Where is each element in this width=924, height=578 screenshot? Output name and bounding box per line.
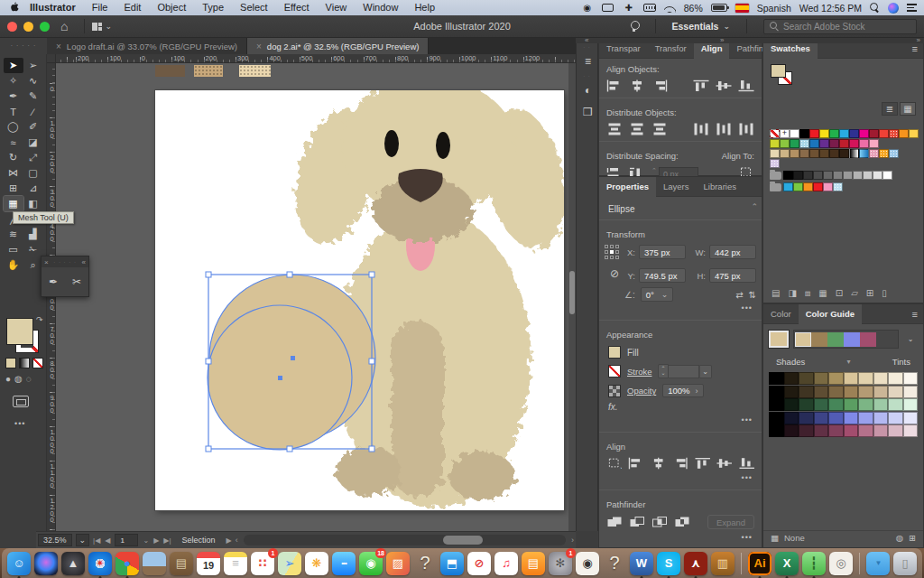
- hand-tool[interactable]: ✋: [4, 257, 23, 273]
- swatch[interactable]: [899, 129, 909, 138]
- tab-libraries[interactable]: Libraries: [697, 177, 744, 197]
- swatch[interactable]: [770, 129, 780, 138]
- menu-item-file[interactable]: File: [84, 0, 116, 15]
- swatch[interactable]: [859, 129, 869, 138]
- selection-handle[interactable]: [369, 446, 374, 452]
- harmony-color[interactable]: [844, 332, 860, 347]
- collapsed-panel-menu-icon[interactable]: ≡: [577, 51, 599, 72]
- swatch[interactable]: [882, 171, 892, 180]
- variation-swatch[interactable]: [814, 424, 829, 437]
- variation-swatch[interactable]: [903, 386, 919, 398]
- rotate-angle-dropdown[interactable]: 0° ⌄: [641, 287, 674, 302]
- toolbar-drag-dots[interactable]: · · · · ·: [0, 38, 47, 54]
- close-icon[interactable]: ×: [56, 42, 61, 51]
- variation-swatch[interactable]: [903, 372, 919, 385]
- zoom-dropdown-icon[interactable]: ⌄: [76, 534, 90, 546]
- canvas-vertical-scrollbar[interactable]: [568, 63, 576, 531]
- selection-handle[interactable]: [369, 359, 374, 364]
- tab-layers[interactable]: Layers: [656, 177, 697, 197]
- horizontal-ruler[interactable]: 2001000100200300400500600700800900100011…: [56, 54, 576, 63]
- swatch[interactable]: [780, 129, 790, 138]
- dock-photo-booth[interactable]: ◉: [576, 552, 599, 575]
- menu-item-object[interactable]: Object: [149, 0, 194, 15]
- dock-launchpad[interactable]: ▲: [61, 552, 85, 575]
- swatch[interactable]: [873, 171, 882, 180]
- selection-handle[interactable]: [287, 446, 292, 452]
- flip-horizontal-icon[interactable]: ⇄: [735, 290, 743, 300]
- menu-item-illustrator[interactable]: Illustrator: [22, 0, 84, 15]
- drag-dots[interactable]: · · · · ·: [53, 259, 77, 265]
- variation-swatch[interactable]: [858, 372, 873, 385]
- collapsed-pathfinder-panel-icon[interactable]: ❒: [577, 101, 599, 123]
- shaper-tool[interactable]: ≈: [4, 135, 23, 150]
- dog-eye-left[interactable]: [384, 130, 399, 157]
- mesh-tool[interactable]: ▦: [4, 196, 23, 211]
- close-icon[interactable]: ×: [256, 42, 262, 51]
- align-left-icon[interactable]: [606, 79, 623, 92]
- swatch[interactable]: [853, 171, 863, 180]
- floating-tool-group[interactable]: × · · · · · « ✒✂: [41, 256, 89, 297]
- variation-swatch[interactable]: [903, 412, 919, 424]
- selection-handle[interactable]: [206, 446, 211, 452]
- selection-handle[interactable]: [287, 272, 292, 277]
- swatch[interactable]: [869, 149, 879, 158]
- swatch[interactable]: [790, 139, 799, 148]
- battery-icon[interactable]: [711, 4, 727, 12]
- swatch[interactable]: [809, 149, 819, 158]
- anchor-point[interactable]: [278, 376, 282, 380]
- artboard-number-field[interactable]: 1: [115, 534, 138, 546]
- next-artboard-icon[interactable]: ▶: [153, 536, 159, 545]
- distribute-bottom-icon[interactable]: [651, 123, 668, 135]
- dog-eye-right[interactable]: [436, 132, 450, 159]
- minus-front-icon[interactable]: [629, 516, 645, 528]
- variation-swatch[interactable]: [784, 398, 799, 411]
- swatch[interactable]: [780, 149, 790, 158]
- panel-menu-icon[interactable]: ≡: [907, 309, 923, 320]
- menu-item-help[interactable]: Help: [406, 0, 443, 15]
- eraser-tool[interactable]: ◪: [23, 135, 43, 150]
- dock-books[interactable]: ▤: [522, 552, 545, 575]
- vertical-ruler[interactable]: 0100200300400500600700800900100011001200: [47, 63, 56, 531]
- swatch[interactable]: [849, 149, 859, 158]
- edit-toolbar-icon[interactable]: •••: [14, 419, 25, 428]
- collapsed-color-panel-icon[interactable]: ◐: [577, 79, 599, 101]
- width-tool[interactable]: ⋈: [4, 165, 23, 181]
- swatch[interactable]: [839, 129, 849, 138]
- save-group-to-swatches-icon[interactable]: ⊞: [909, 533, 916, 543]
- variation-swatch[interactable]: [814, 412, 829, 424]
- shape-builder-tool[interactable]: ⊞: [4, 181, 23, 196]
- swatch[interactable]: [793, 182, 803, 191]
- lasso-tool[interactable]: ∿: [23, 73, 43, 89]
- swatch-kinds-icon[interactable]: ◨: [788, 288, 796, 299]
- paint-color-button[interactable]: [5, 358, 16, 368]
- more-options-icon[interactable]: •••: [599, 414, 762, 428]
- dock-maps[interactable]: ➢: [278, 552, 301, 575]
- more-options-icon[interactable]: •••: [599, 302, 762, 316]
- variation-swatch[interactable]: [799, 424, 814, 437]
- distribute-right-icon[interactable]: [738, 123, 754, 135]
- creative-cloud-icon[interactable]: ◉: [581, 3, 594, 14]
- column-graph-tool[interactable]: ▟: [23, 227, 43, 242]
- variation-swatch[interactable]: [844, 372, 859, 385]
- variation-swatch[interactable]: [844, 386, 859, 398]
- dock-news[interactable]: ⊘: [467, 552, 491, 575]
- spotlight-icon[interactable]: [870, 3, 880, 13]
- variation-swatch[interactable]: [799, 372, 814, 385]
- swatch[interactable]: [869, 139, 879, 148]
- dock-keynote[interactable]: ⬒: [440, 552, 464, 575]
- swatch[interactable]: [809, 139, 819, 148]
- workspace-switcher[interactable]: Essentials ⌄: [672, 21, 731, 32]
- swatches-fill-stroke-proxy[interactable]: [771, 64, 798, 88]
- menu-item-window[interactable]: Window: [355, 0, 406, 15]
- fill-swatch[interactable]: [608, 346, 621, 359]
- new-swatch-icon[interactable]: ⊞: [866, 288, 873, 299]
- selection-handle[interactable]: [369, 272, 374, 277]
- dock-reminders[interactable]: ∷1: [251, 552, 274, 575]
- fx-icon[interactable]: fx.: [599, 400, 762, 414]
- gradient-tool[interactable]: ◧: [23, 196, 43, 211]
- dock-missing-app-2[interactable]: ?: [603, 552, 626, 575]
- variation-swatch[interactable]: [888, 412, 903, 424]
- dock-word[interactable]: W: [630, 552, 653, 575]
- zoom-window-button[interactable]: [40, 22, 50, 32]
- align-vertical-center-icon[interactable]: [716, 457, 732, 470]
